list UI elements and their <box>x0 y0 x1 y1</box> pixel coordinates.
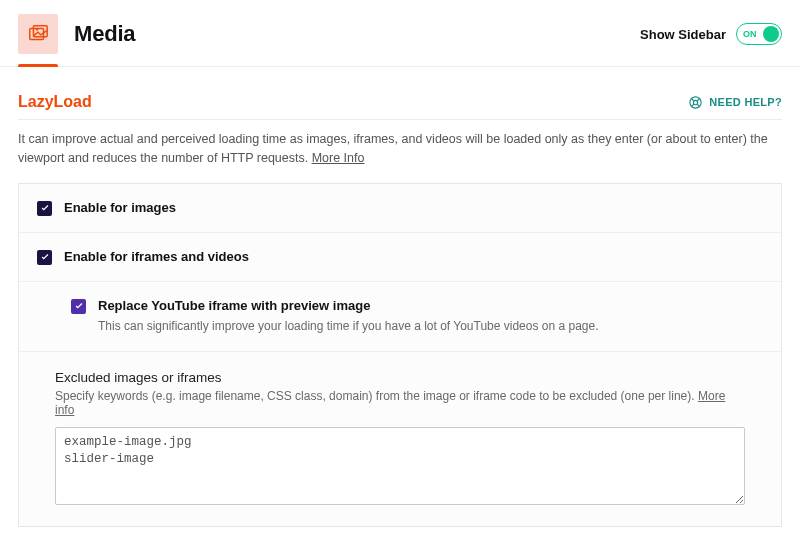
page-title: Media <box>74 21 135 47</box>
exclude-title: Excluded images or iframes <box>55 370 745 385</box>
option-label: Replace YouTube iframe with preview imag… <box>98 298 763 313</box>
exclude-subtitle: Specify keywords (e.g. image filename, C… <box>55 389 745 417</box>
option-label: Enable for iframes and videos <box>64 249 763 264</box>
svg-line-5 <box>691 98 694 101</box>
exclude-block: Excluded images or iframes Specify keywo… <box>37 352 763 526</box>
checkbox-youtube-preview[interactable] <box>71 299 86 314</box>
check-icon <box>40 252 50 262</box>
check-icon <box>40 203 50 213</box>
svg-point-2 <box>36 28 38 30</box>
more-info-link[interactable]: More Info <box>312 151 365 165</box>
media-icon <box>18 14 58 54</box>
header-right: Show Sidebar ON <box>640 23 782 45</box>
check-icon <box>74 301 84 311</box>
checkbox-enable-images[interactable] <box>37 201 52 216</box>
header-left: Media <box>18 14 135 54</box>
option-youtube-preview: Replace YouTube iframe with preview imag… <box>19 282 781 351</box>
section-desc-text: It can improve actual and perceived load… <box>18 132 768 165</box>
option-body: Enable for iframes and videos <box>64 249 763 264</box>
option-sublabel: This can significantly improve your load… <box>98 317 763 335</box>
page-header: Media Show Sidebar ON <box>0 0 800 67</box>
exclude-sub-text: Specify keywords (e.g. image filename, C… <box>55 389 698 403</box>
show-sidebar-toggle[interactable]: ON <box>736 23 782 45</box>
svg-point-4 <box>694 100 698 104</box>
svg-line-6 <box>698 98 701 101</box>
toggle-state-text: ON <box>743 29 757 39</box>
content-area: LazyLoad NEED HELP? It can improve actua… <box>0 67 800 527</box>
checkbox-enable-iframes[interactable] <box>37 250 52 265</box>
need-help-link[interactable]: NEED HELP? <box>688 95 782 110</box>
options-panel: Enable for images Enable for iframes and… <box>18 183 782 527</box>
active-tab-indicator <box>18 64 58 67</box>
section-title: LazyLoad <box>18 93 92 111</box>
show-sidebar-label: Show Sidebar <box>640 27 726 42</box>
option-enable-iframes: Enable for iframes and videos <box>19 233 781 282</box>
option-body: Replace YouTube iframe with preview imag… <box>98 298 763 335</box>
option-body: Enable for images <box>64 200 763 215</box>
option-label: Enable for images <box>64 200 763 215</box>
help-label: NEED HELP? <box>709 96 782 108</box>
lifebuoy-icon <box>688 95 703 110</box>
option-enable-images: Enable for images <box>19 184 781 233</box>
section-header: LazyLoad NEED HELP? <box>18 93 782 120</box>
svg-line-7 <box>691 104 694 107</box>
exclude-textarea[interactable] <box>55 427 745 505</box>
toggle-knob <box>763 26 779 42</box>
svg-line-8 <box>698 104 701 107</box>
section-description: It can improve actual and perceived load… <box>18 130 782 169</box>
